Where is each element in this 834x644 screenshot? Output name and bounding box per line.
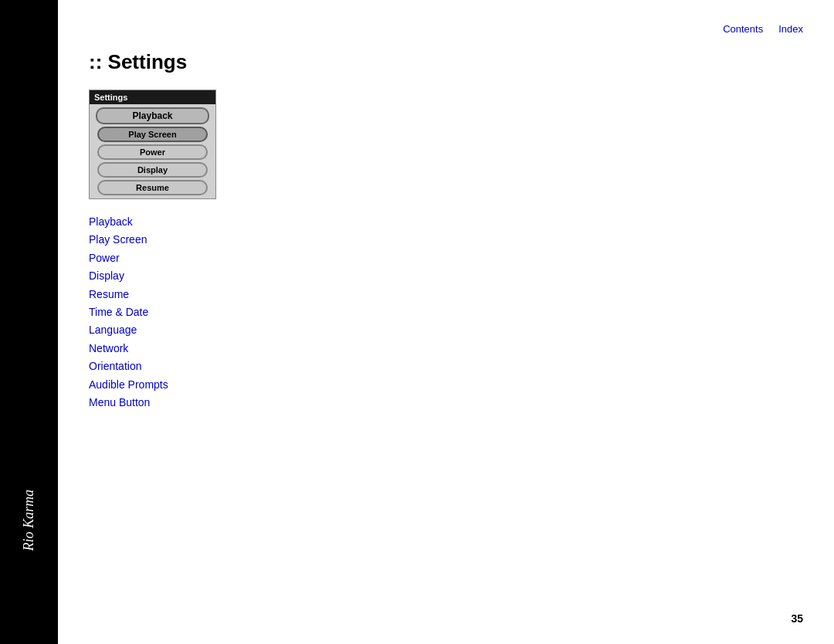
link-audible-prompts[interactable]: Audible Prompts <box>89 378 168 391</box>
nav-links-list: Playback Play Screen Power Display Resum… <box>89 213 803 411</box>
list-item: Playback <box>89 213 803 230</box>
link-resume[interactable]: Resume <box>89 288 129 300</box>
list-item: Time & Date <box>89 303 803 320</box>
list-item: Power <box>89 249 803 266</box>
link-time-date[interactable]: Time & Date <box>89 306 148 318</box>
sidebar: Rio Karma <box>0 0 58 644</box>
device-screenshot: Settings Playback Play Screen Power Disp… <box>89 90 216 199</box>
page-title: :: Settings <box>89 50 803 74</box>
link-language[interactable]: Language <box>89 324 137 336</box>
main-content: Contents Index :: Settings Settings Play… <box>58 0 834 644</box>
page-number: 35 <box>791 612 803 625</box>
link-play-screen[interactable]: Play Screen <box>89 233 147 246</box>
device-menu-item-playscreen: Play Screen <box>97 127 208 142</box>
device-submenu: Playback Play Screen Power Display Resum… <box>90 107 215 195</box>
link-orientation[interactable]: Orientation <box>89 360 141 372</box>
list-item: Display <box>89 267 803 284</box>
list-item: Resume <box>89 286 803 303</box>
list-item: Menu Button <box>89 394 803 411</box>
list-item: Orientation <box>89 358 803 375</box>
list-item: Language <box>89 321 803 338</box>
sidebar-label: Rio Karma <box>21 490 37 551</box>
device-menu-item-resume: Resume <box>97 180 208 195</box>
device-menu-item-power: Power <box>97 144 208 160</box>
list-item: Audible Prompts <box>89 376 803 393</box>
device-playback-label: Playback <box>96 107 209 124</box>
device-menu-item-display: Display <box>97 162 208 178</box>
link-network[interactable]: Network <box>89 342 128 354</box>
list-item: Network <box>89 340 803 357</box>
device-header: Settings <box>90 90 215 104</box>
list-item: Play Screen <box>89 231 803 248</box>
link-display[interactable]: Display <box>89 269 124 282</box>
index-link[interactable]: Index <box>778 23 803 35</box>
link-menu-button[interactable]: Menu Button <box>89 396 150 408</box>
contents-link[interactable]: Contents <box>723 23 763 35</box>
link-playback[interactable]: Playback <box>89 215 133 228</box>
top-navigation: Contents Index <box>89 15 803 42</box>
link-power[interactable]: Power <box>89 252 120 264</box>
